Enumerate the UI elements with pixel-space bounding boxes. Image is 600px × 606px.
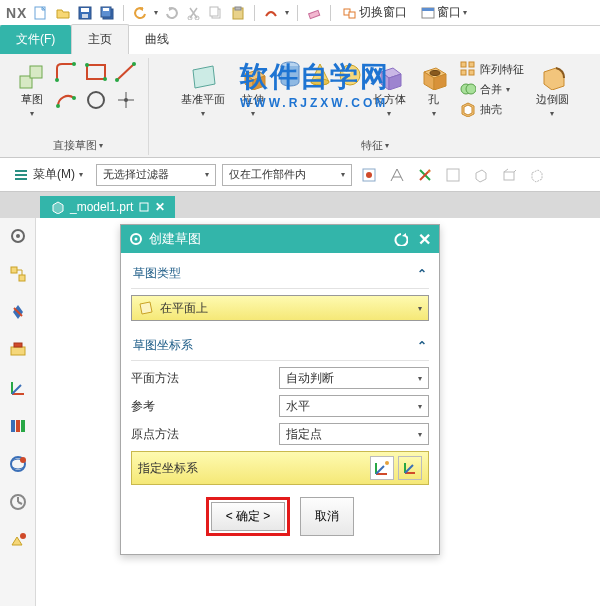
- dialog-body: 草图类型 ⌃ 在平面上 ▾ 草图坐标系 ⌃ 平面方法 自动判断▾ 参考 水平▾: [121, 253, 439, 554]
- line-tool[interactable]: [114, 60, 142, 86]
- shell-icon: [460, 101, 476, 117]
- chevron-down-icon: ▾: [463, 8, 467, 17]
- section-sketch-csys[interactable]: 草图坐标系 ⌃: [131, 333, 429, 361]
- vertical-toolbar: [0, 218, 36, 606]
- open-file-icon[interactable]: [55, 5, 71, 21]
- svg-line-70: [12, 385, 21, 394]
- svg-rect-40: [469, 62, 474, 67]
- svg-rect-12: [235, 7, 241, 10]
- extrude-button[interactable]: 拉伸▾: [235, 60, 271, 120]
- datum-csys-icon[interactable]: [6, 376, 30, 400]
- cone-icon[interactable]: [307, 60, 333, 90]
- switch-window-button[interactable]: 切换窗口: [339, 2, 411, 23]
- ribbon-group-sketch: 草图 ▾ 直接草图 ▾: [8, 58, 149, 155]
- csys-pick-button[interactable]: [398, 456, 422, 480]
- assembly-icon[interactable]: [6, 338, 30, 362]
- part-navigator-icon[interactable]: [6, 262, 30, 286]
- chevron-down-icon: ▾: [418, 430, 422, 439]
- tab-home[interactable]: 主页: [71, 24, 129, 54]
- qbar-tool-5[interactable]: [470, 164, 492, 186]
- ok-button[interactable]: < 确定 >: [211, 502, 286, 531]
- eraser-icon[interactable]: [306, 5, 322, 21]
- manufacturing-icon[interactable]: [6, 528, 30, 552]
- tab-curve[interactable]: 曲线: [129, 25, 185, 54]
- svg-rect-39: [461, 62, 466, 67]
- pattern-feature-button[interactable]: 阵列特征: [458, 60, 526, 78]
- curve-dropdown-icon[interactable]: ▾: [285, 8, 289, 17]
- save-all-icon[interactable]: [99, 5, 115, 21]
- qbar-tool-6[interactable]: [498, 164, 520, 186]
- svg-point-27: [132, 62, 136, 66]
- dialog-titlebar[interactable]: 创建草图 ✕: [121, 225, 439, 253]
- circle-tool[interactable]: [84, 88, 112, 114]
- redo-curve-icon[interactable]: [263, 5, 279, 21]
- svg-line-57: [514, 170, 516, 172]
- copy-icon[interactable]: [208, 5, 224, 21]
- undo-dropdown-icon[interactable]: ▾: [154, 8, 158, 17]
- point-tool[interactable]: [114, 88, 142, 114]
- chevron-down-icon[interactable]: ▾: [99, 141, 103, 150]
- chevron-down-icon: ▾: [79, 170, 83, 179]
- reset-icon[interactable]: [394, 232, 408, 246]
- close-icon[interactable]: ✕: [418, 230, 431, 249]
- qbar-tool-3[interactable]: +: [414, 164, 436, 186]
- paste-icon[interactable]: [230, 5, 246, 21]
- ribbon: 草图 ▾ 直接草图 ▾ 基准平面▾ 拉伸▾: [0, 54, 600, 158]
- svg-rect-73: [21, 420, 25, 432]
- file-tab[interactable]: _model1.prt ✕: [40, 196, 175, 218]
- menu-button[interactable]: 菜单(M) ▾: [6, 162, 90, 187]
- svg-rect-2: [81, 8, 89, 12]
- redo-icon[interactable]: [164, 5, 180, 21]
- rectangle-tool[interactable]: [84, 60, 112, 86]
- qbar-tool-2[interactable]: [386, 164, 408, 186]
- history-icon[interactable]: [6, 490, 30, 514]
- selection-filter-dropdown[interactable]: 无选择过滤器▾: [96, 164, 216, 186]
- origin-method-select[interactable]: 指定点▾: [279, 423, 429, 445]
- arc-tool[interactable]: [54, 88, 82, 114]
- qbar-tool-7[interactable]: [526, 164, 548, 186]
- edge-blend-button[interactable]: 边倒圆▾: [532, 60, 573, 120]
- cancel-button[interactable]: 取消: [300, 497, 354, 536]
- svg-rect-62: [19, 275, 25, 281]
- save-icon[interactable]: [77, 5, 93, 21]
- svg-point-20: [55, 78, 59, 82]
- cuboid-button[interactable]: 长方体▾: [369, 60, 410, 120]
- datum-plane-button[interactable]: 基准平面▾: [177, 60, 229, 120]
- internet-icon[interactable]: [6, 452, 30, 476]
- library-icon[interactable]: [6, 414, 30, 438]
- sketch-type-combo[interactable]: 在平面上 ▾: [131, 295, 429, 321]
- new-file-icon[interactable]: [33, 5, 49, 21]
- part-icon: [50, 200, 64, 214]
- chevron-down-icon: ▾: [418, 374, 422, 383]
- svg-point-30: [88, 92, 104, 108]
- qbar-tool-1[interactable]: [358, 164, 380, 186]
- sphere-icon[interactable]: [337, 60, 363, 90]
- union-button[interactable]: 合并▾: [458, 80, 526, 98]
- csys-dialog-button[interactable]: [370, 456, 394, 480]
- profile-tool[interactable]: [54, 60, 82, 86]
- shell-button[interactable]: 抽壳: [458, 100, 526, 118]
- undo-icon[interactable]: [132, 5, 148, 21]
- reference-select[interactable]: 水平▾: [279, 395, 429, 417]
- close-tab-icon[interactable]: ✕: [155, 200, 165, 214]
- on-plane-icon: [138, 300, 154, 316]
- qbar-tool-4[interactable]: [442, 164, 464, 186]
- svg-rect-67: [14, 343, 22, 347]
- label-specify-csys: 指定坐标系: [138, 460, 198, 477]
- constraint-icon[interactable]: [6, 300, 30, 324]
- extrude-icon: [239, 62, 267, 90]
- row-reference: 参考 水平▾: [131, 395, 429, 417]
- chevron-down-icon[interactable]: ▾: [385, 141, 389, 150]
- hole-button[interactable]: 孔▾: [416, 60, 452, 120]
- cut-icon[interactable]: [186, 5, 202, 21]
- chevron-down-icon[interactable]: ▾: [30, 109, 34, 118]
- section-sketch-type[interactable]: 草图类型 ⌃: [131, 261, 429, 289]
- cylinder-icon[interactable]: [277, 60, 303, 90]
- window-menu-button[interactable]: 窗口 ▾: [417, 2, 471, 23]
- tab-file[interactable]: 文件(F): [0, 25, 71, 54]
- svg-rect-22: [87, 65, 105, 79]
- sketch-button[interactable]: 草图 ▾: [14, 60, 50, 120]
- settings-icon[interactable]: [6, 224, 30, 248]
- scope-filter-dropdown[interactable]: 仅在工作部件内▾: [222, 164, 352, 186]
- plane-method-select[interactable]: 自动判断▾: [279, 367, 429, 389]
